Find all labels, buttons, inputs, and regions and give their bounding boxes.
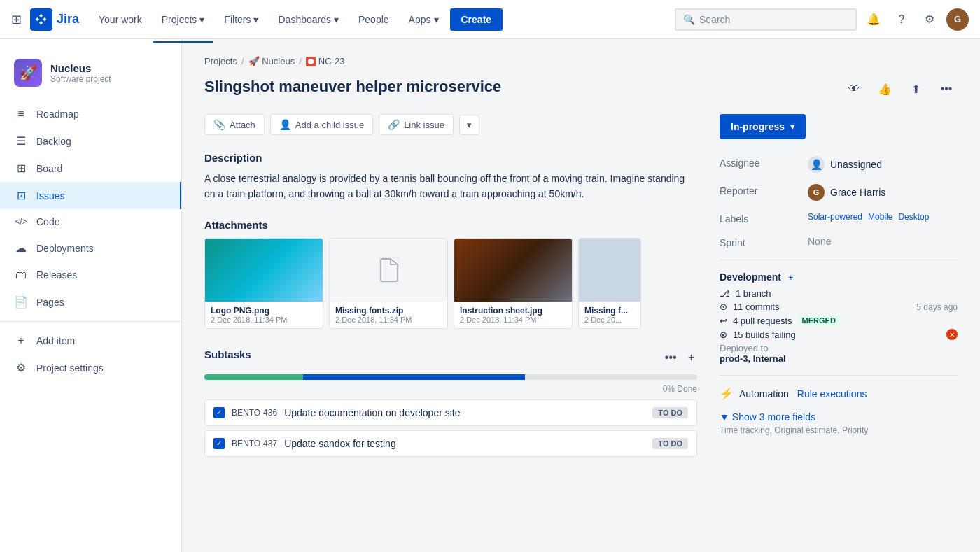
attachment-item[interactable]: Logo PNG.png 2 Dec 2018, 11:34 PM	[204, 238, 323, 329]
description-title: Description	[204, 152, 697, 164]
sidebar-item-issues[interactable]: ⊡ Issues	[0, 182, 181, 209]
subtask-checkbox-2[interactable]: ✓	[214, 438, 225, 449]
attachment-item[interactable]: Instruction sheet.jpg 2 Dec 2018, 11:34 …	[454, 238, 573, 329]
development-section: Development + ⎇ 1 branch ⊙ 11 commits 5 …	[720, 271, 958, 364]
sidebar-label-releases: Releases	[36, 269, 77, 281]
notifications-icon[interactable]: 🔔	[862, 8, 885, 31]
builds-count[interactable]: 15 builds failing	[733, 330, 796, 340]
assignee-field: Assignee 👤 Unassigned	[720, 156, 958, 173]
sidebar-label-settings: Project settings	[36, 362, 104, 374]
main-content: Projects / 🚀 Nucleus / NC-23 Slingshot m…	[182, 39, 980, 490]
breadcrumb-issue-key: NC-23	[318, 56, 345, 66]
dev-deployed-row: Deployed to prod-3, Internal	[720, 343, 958, 364]
reporter-field: Reporter G Grace Harris	[720, 184, 958, 201]
label-desktop[interactable]: Desktop	[898, 212, 929, 222]
share-button[interactable]: ⬆	[904, 78, 927, 100]
sidebar-item-add[interactable]: + Add item	[0, 327, 181, 354]
progress-blue	[303, 374, 525, 380]
pr-icon: ↩	[720, 316, 727, 326]
breadcrumb-issue[interactable]: NC-23	[306, 56, 345, 66]
create-button[interactable]: Create	[450, 8, 503, 31]
attachment-name-3: Instruction sheet.jpg	[460, 306, 566, 316]
user-avatar[interactable]: G	[946, 8, 969, 31]
subtasks-actions: ••• +	[662, 350, 697, 365]
topnav-filters[interactable]: Filters ▾	[216, 8, 267, 31]
reporter-value[interactable]: G Grace Harris	[808, 184, 958, 201]
subtasks-add-btn[interactable]: +	[685, 350, 697, 365]
label-mobile[interactable]: Mobile	[868, 212, 892, 222]
attachment-item[interactable]: Missing fonts.zip 2 Dec 2018, 11:34 PM	[329, 238, 448, 329]
sidebar-label-roadmap: Roadmap	[36, 108, 79, 120]
subtask-name-1: Update documentation on developer site	[284, 407, 645, 418]
attachment-date-1: 2 Dec 2018, 11:34 PM	[211, 316, 317, 324]
logo[interactable]: Jira	[30, 8, 79, 31]
pr-count[interactable]: 4 pull requests	[733, 316, 792, 326]
more-actions-dropdown[interactable]: ▾	[459, 115, 479, 135]
breadcrumb-nucleus[interactable]: 🚀 Nucleus	[248, 56, 295, 66]
attachment-name-1: Logo PNG.png	[211, 306, 317, 316]
sidebar-label-board: Board	[36, 163, 62, 174]
topnav-apps[interactable]: Apps ▾	[400, 8, 447, 31]
subtask-checkbox-1[interactable]: ✓	[214, 407, 225, 418]
sidebar-item-roadmap[interactable]: ≡ Roadmap	[0, 101, 181, 127]
more-button[interactable]: •••	[935, 78, 958, 100]
topnav-nav: Your work Projects ▾ Filters ▾ Dashboard…	[90, 8, 669, 31]
reporter-name: Grace Harris	[830, 187, 886, 198]
sidebar-project: 🚀 Nucleus Software project	[0, 50, 181, 101]
sidebar-item-releases[interactable]: 🗃 Releases	[0, 262, 181, 288]
link-icon: 🔗	[388, 119, 400, 130]
issue-toolbar: 📎 Attach 👤 Add a child issue 🔗 Link issu…	[204, 114, 697, 135]
attach-button[interactable]: 📎 Attach	[204, 114, 265, 135]
topnav-people[interactable]: People	[350, 8, 398, 31]
show-more-fields[interactable]: ▼ Show 3 more fields	[720, 411, 958, 423]
subtask-name-2: Update sandox for testing	[284, 438, 645, 449]
sidebar-item-settings[interactable]: ⚙ Project settings	[0, 354, 181, 381]
watch-button[interactable]: 👁	[843, 78, 865, 100]
sidebar-item-deployments[interactable]: ☁ Deployments	[0, 234, 181, 262]
sidebar-item-backlog[interactable]: ☰ Backlog	[0, 127, 181, 155]
add-child-button[interactable]: 👤 Add a child issue	[270, 114, 373, 135]
merged-badge: MERGED	[798, 315, 840, 326]
attach-label: Attach	[230, 120, 255, 130]
topnav-projects[interactable]: Projects ▾	[153, 8, 214, 31]
label-solar[interactable]: Solar-powered	[808, 212, 862, 222]
subtask-row[interactable]: ✓ BENTO-436 Update documentation on deve…	[204, 399, 697, 426]
status-button[interactable]: In-progress ▾	[720, 114, 806, 139]
sidebar-item-board[interactable]: ⊞ Board	[0, 155, 181, 182]
link-issue-button[interactable]: 🔗 Link issue	[379, 114, 454, 135]
attachment-item[interactable]: Missing f... 2 Dec 20...	[578, 238, 641, 329]
sprint-value[interactable]: None	[808, 236, 958, 247]
rule-executions-link[interactable]: Rule executions	[797, 388, 867, 399]
subtasks-more-btn[interactable]: •••	[662, 350, 680, 365]
help-icon[interactable]: ?	[890, 8, 913, 31]
subtask-key-2: BENTO-437	[232, 439, 277, 448]
show-more-label: Show 3 more fields	[732, 411, 816, 423]
dev-prs-row: ↩ 4 pull requests MERGED	[720, 315, 958, 326]
breadcrumb-projects[interactable]: Projects	[204, 56, 237, 66]
search-box[interactable]: 🔍 Search	[675, 8, 857, 31]
progress-done-label: 0% Done	[204, 384, 697, 394]
settings-icon[interactable]: ⚙	[918, 8, 941, 31]
sidebar-item-code[interactable]: </> Code	[0, 209, 181, 234]
topnav-dashboards[interactable]: Dashboards ▾	[270, 8, 347, 31]
search-icon: 🔍	[683, 14, 695, 25]
issue-title: Slingshot maneuver helper microservice	[204, 78, 501, 96]
topnav-your-work[interactable]: Your work	[90, 8, 150, 31]
board-icon: ⊞	[14, 162, 28, 175]
commits-count[interactable]: 11 commits	[733, 302, 779, 312]
branch-count[interactable]: 1 branch	[736, 288, 771, 299]
search-placeholder: Search	[699, 14, 730, 25]
reporter-label: Reporter	[720, 184, 797, 197]
assignee-value[interactable]: 👤 Unassigned	[808, 156, 958, 173]
like-button[interactable]: 👍	[874, 78, 896, 100]
labels-value: Solar-powered Mobile Desktop	[808, 212, 958, 222]
dev-branch-row: ⎇ 1 branch	[720, 288, 958, 299]
jira-logo-text: Jira	[57, 12, 79, 27]
sidebar-item-pages[interactable]: 📄 Pages	[0, 288, 181, 316]
subtask-row[interactable]: ✓ BENTO-437 Update sandox for testing TO…	[204, 430, 697, 457]
attachment-name-2: Missing fonts.zip	[335, 306, 442, 316]
dev-add-btn[interactable]: +	[788, 272, 794, 283]
grid-icon[interactable]: ⊞	[11, 12, 22, 27]
reporter-avatar: G	[808, 184, 825, 201]
commits-icon: ⊙	[720, 302, 727, 312]
